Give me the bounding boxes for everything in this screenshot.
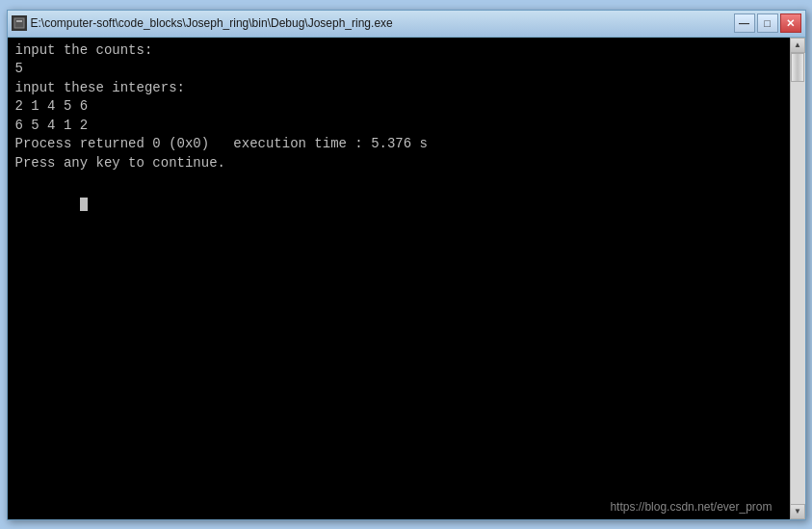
watermark-text: https://blog.csdn.net/ever_prom xyxy=(610,500,772,514)
maximize-button[interactable]: □ xyxy=(757,13,778,33)
terminal-output[interactable]: input the counts: 5 input these integers… xyxy=(8,38,790,519)
scroll-down-button[interactable]: ▼ xyxy=(790,504,805,519)
close-button[interactable]: ✕ xyxy=(780,13,801,33)
terminal-line-2: 5 xyxy=(15,60,782,79)
terminal-line-6: Process returned 0 (0x0) execution time … xyxy=(15,135,782,154)
scroll-track[interactable] xyxy=(791,53,805,504)
terminal-line-5: 6 5 4 1 2 xyxy=(15,117,782,136)
terminal-line-3: input these integers: xyxy=(15,79,782,98)
app-icon xyxy=(12,15,27,31)
terminal-line-4: 2 1 4 5 6 xyxy=(15,97,782,117)
terminal-line-1: input the counts: xyxy=(15,41,782,61)
terminal-line-7: Press any key to continue. xyxy=(15,154,782,173)
window-title: E:\computer-soft\code_blocks\Joseph_ring… xyxy=(31,16,393,30)
title-bar: E:\computer-soft\code_blocks\Joseph_ring… xyxy=(8,11,805,38)
scroll-up-button[interactable]: ▲ xyxy=(790,38,805,53)
window-body: input the counts: 5 input these integers… xyxy=(8,38,805,519)
window-controls: — □ ✕ xyxy=(734,13,801,33)
terminal-cursor-line xyxy=(15,173,782,230)
scroll-thumb[interactable] xyxy=(791,53,804,82)
title-bar-left: E:\computer-soft\code_blocks\Joseph_ring… xyxy=(12,15,393,31)
scrollbar[interactable]: ▲ ▼ xyxy=(790,38,805,519)
svg-rect-1 xyxy=(16,20,22,22)
cursor xyxy=(80,198,88,211)
minimize-button[interactable]: — xyxy=(734,13,755,33)
application-window: E:\computer-soft\code_blocks\Joseph_ring… xyxy=(7,10,806,520)
svg-rect-0 xyxy=(14,18,24,28)
